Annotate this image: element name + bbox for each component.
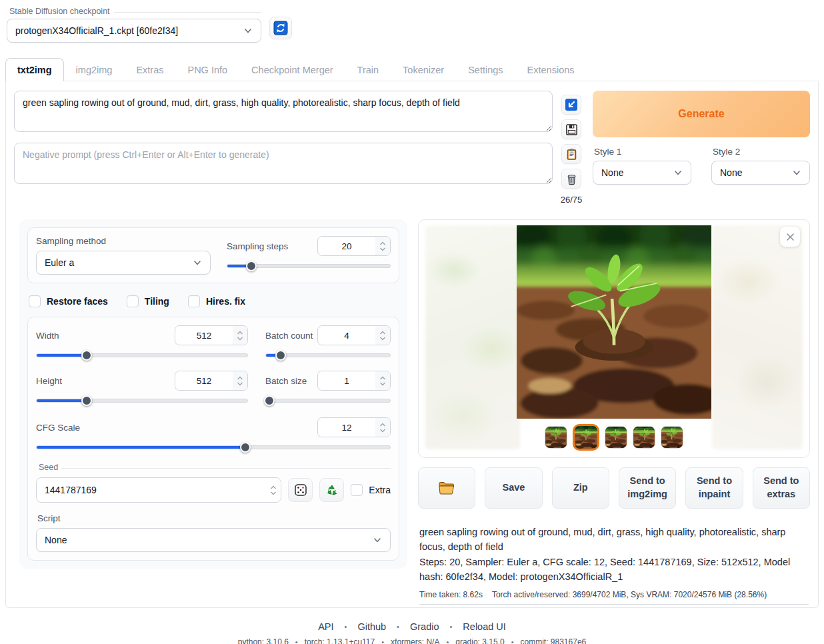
number-spinner[interactable] bbox=[375, 371, 390, 390]
style2-dropdown[interactable]: None bbox=[711, 161, 810, 185]
number-spinner[interactable] bbox=[375, 237, 390, 255]
save-style-button[interactable] bbox=[561, 119, 581, 139]
random-seed-button[interactable] bbox=[288, 478, 313, 502]
script-dropdown[interactable]: None bbox=[36, 528, 391, 552]
output-column: Save Zip Send to img2img Send to inpaint… bbox=[418, 219, 810, 605]
token-counter: 26/75 bbox=[561, 195, 583, 205]
number-spinner[interactable] bbox=[233, 326, 247, 345]
checkbox-box[interactable] bbox=[351, 484, 363, 496]
chevron-down-icon bbox=[243, 26, 253, 35]
thumbnail-5[interactable] bbox=[661, 426, 683, 449]
height-label: Height bbox=[36, 376, 62, 386]
separator: • bbox=[511, 638, 514, 644]
send-to-img2img-button[interactable]: Send to img2img bbox=[619, 467, 676, 509]
tab-settings[interactable]: Settings bbox=[456, 58, 515, 81]
slider-thumb[interactable] bbox=[81, 350, 92, 361]
generation-info: green sapling rowing out of ground, mud,… bbox=[418, 525, 810, 605]
slider-thumb[interactable] bbox=[240, 442, 251, 453]
checkbox-box[interactable] bbox=[29, 295, 41, 307]
negative-prompt-input[interactable] bbox=[14, 143, 553, 184]
number-spinner[interactable] bbox=[375, 418, 390, 437]
number-spinner[interactable] bbox=[266, 478, 281, 502]
batch-count-label: Batch count bbox=[265, 331, 313, 341]
tab-tokenizer[interactable]: Tokenizer bbox=[391, 58, 456, 81]
cfg-scale-label: CFG Scale bbox=[36, 423, 80, 433]
checkbox-box[interactable] bbox=[188, 295, 200, 307]
width-slider[interactable] bbox=[36, 351, 248, 360]
footer-link-reload-ui[interactable]: Reload UI bbox=[463, 621, 505, 632]
generation-params-panel: Sampling method Euler a Sampling steps 2… bbox=[19, 219, 407, 569]
sampling-method-dropdown[interactable]: Euler a bbox=[36, 251, 211, 275]
tab-png-info[interactable]: PNG Info bbox=[175, 58, 239, 81]
batch-size-label: Batch size bbox=[265, 376, 307, 386]
sampling-steps-slider[interactable] bbox=[227, 261, 391, 271]
generated-image[interactable] bbox=[517, 225, 711, 419]
close-gallery-button[interactable] bbox=[780, 227, 800, 247]
restore-faces-checkbox[interactable]: Restore faces bbox=[29, 295, 108, 307]
prompt-input[interactable]: green sapling rowing out of ground, mud,… bbox=[14, 91, 553, 132]
checkbox-box[interactable] bbox=[127, 295, 139, 307]
refresh-checkpoint-button[interactable] bbox=[269, 17, 292, 39]
send-to-extras-button[interactable]: Send to extras bbox=[753, 467, 810, 509]
reuse-seed-button[interactable] bbox=[319, 478, 344, 502]
clear-prompt-button[interactable] bbox=[561, 169, 581, 189]
cfg-scale-slider[interactable] bbox=[36, 443, 391, 452]
style1-value: None bbox=[601, 167, 623, 178]
thumbnail-3[interactable] bbox=[605, 426, 627, 449]
slider-thumb[interactable] bbox=[246, 261, 257, 271]
apply-style-button[interactable] bbox=[561, 144, 581, 164]
number-spinner[interactable] bbox=[375, 326, 390, 345]
tab-extensions[interactable]: Extensions bbox=[515, 58, 587, 81]
width-input[interactable]: 512 bbox=[175, 325, 248, 345]
batch-size-input[interactable]: 1 bbox=[317, 371, 391, 391]
recycle-icon bbox=[325, 483, 339, 497]
tab-txt2img[interactable]: txt2img bbox=[5, 58, 64, 81]
height-slider[interactable] bbox=[36, 396, 248, 405]
generate-button[interactable]: Generate bbox=[593, 91, 810, 137]
batch-count-input[interactable]: 4 bbox=[317, 325, 391, 345]
slider-thumb[interactable] bbox=[264, 395, 275, 406]
paste-params-button[interactable] bbox=[561, 95, 581, 115]
zip-button[interactable]: Zip bbox=[552, 467, 609, 509]
paste-arrow-icon bbox=[565, 98, 578, 111]
height-input[interactable]: 512 bbox=[175, 371, 248, 391]
tab-checkpoint-merger[interactable]: Checkpoint Merger bbox=[239, 58, 345, 81]
cfg-scale-input[interactable]: 12 bbox=[317, 417, 391, 437]
thumbnail-4[interactable] bbox=[633, 426, 655, 449]
refresh-icon bbox=[273, 21, 288, 35]
footer-link-github[interactable]: Github bbox=[357, 621, 386, 632]
number-spinner[interactable] bbox=[233, 371, 247, 390]
separator: • bbox=[345, 623, 347, 631]
footer-link-gradio[interactable]: Gradio bbox=[410, 621, 439, 632]
txt2img-panel: green sapling rowing out of ground, mud,… bbox=[5, 81, 819, 608]
sampling-steps-input[interactable]: 20 bbox=[317, 236, 391, 256]
batch-count-slider[interactable] bbox=[265, 351, 391, 360]
checkpoint-label-row: Stable Diffusion checkpoint bbox=[7, 7, 261, 16]
tab-img2img[interactable]: img2img bbox=[64, 58, 125, 81]
version-info: python: 3.10.6 • torch: 1.13.1+cu117 • x… bbox=[5, 637, 819, 644]
sampling-group: Sampling method Euler a Sampling steps 2… bbox=[27, 227, 399, 283]
thumbnail-2-selected[interactable] bbox=[573, 424, 599, 451]
slider-thumb[interactable] bbox=[275, 350, 286, 361]
seed-input[interactable]: 1441787169 bbox=[36, 477, 281, 503]
tab-bar: txt2img img2img Extras PNG Info Checkpoi… bbox=[5, 57, 819, 81]
tab-train[interactable]: Train bbox=[345, 58, 391, 81]
footer-link-api[interactable]: API bbox=[318, 621, 333, 632]
send-to-inpaint-button[interactable]: Send to inpaint bbox=[685, 467, 743, 509]
gallery-blur-left bbox=[425, 225, 520, 449]
style1-dropdown[interactable]: None bbox=[593, 161, 691, 185]
checkpoint-dropdown[interactable]: protogenX34OfficialR_1.ckpt [60fe2f34] bbox=[7, 19, 261, 43]
open-folder-button[interactable] bbox=[418, 467, 475, 509]
hires-fix-checkbox[interactable]: Hires. fix bbox=[188, 295, 245, 307]
extra-seed-checkbox[interactable]: Extra bbox=[351, 484, 391, 496]
thumbnail-1[interactable] bbox=[545, 426, 567, 449]
tab-extras[interactable]: Extras bbox=[124, 58, 175, 81]
batch-size-slider[interactable] bbox=[265, 396, 391, 405]
legend-line bbox=[62, 468, 391, 469]
save-button[interactable]: Save bbox=[485, 467, 542, 509]
tiling-checkbox[interactable]: Tiling bbox=[127, 295, 169, 307]
output-buttons: Save Zip Send to img2img Send to inpaint… bbox=[418, 467, 810, 509]
sampling-method-label: Sampling method bbox=[36, 236, 211, 246]
app-root: Stable Diffusion checkpoint protogenX34O… bbox=[0, 0, 824, 644]
slider-thumb[interactable] bbox=[81, 395, 92, 406]
